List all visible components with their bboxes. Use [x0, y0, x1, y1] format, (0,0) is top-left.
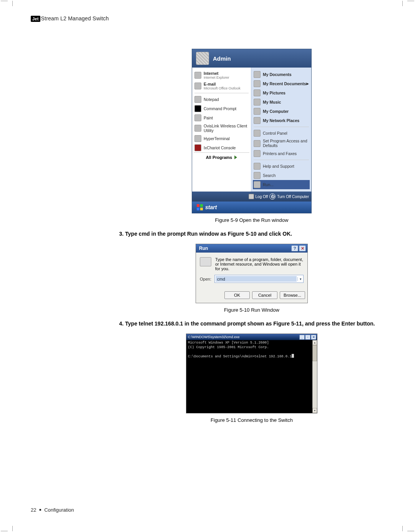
- page-header: JetStream L2 Managed Switch: [31, 15, 384, 22]
- power-icon: ⏻: [269, 193, 276, 200]
- ixchariot-icon: [194, 144, 201, 151]
- figure-caption-5-10: Figure 5-10 Run Window: [119, 307, 384, 313]
- scroll-thumb[interactable]: [312, 345, 317, 361]
- turnoff-button[interactable]: Turn Off Computer: [277, 195, 309, 199]
- ok-button[interactable]: OK: [224, 291, 250, 299]
- network-places-item[interactable]: My Network Places: [253, 116, 310, 125]
- maximize-button[interactable]: ▫: [305, 335, 310, 340]
- scroll-up-icon[interactable]: ▲: [312, 340, 317, 345]
- notepad-item[interactable]: Notepad: [194, 95, 249, 104]
- figure-caption-5-9: Figure 5-9 Open the Run window: [119, 217, 384, 223]
- my-recent-docs-item[interactable]: My Recent Documents▶: [253, 79, 310, 88]
- user-avatar-icon: [196, 52, 209, 65]
- page-number: 22: [31, 507, 36, 513]
- cmd-line-3: C:\Documents and Settings\Admin>telnet 1…: [188, 355, 292, 359]
- step-4-text: 4. Type telnet 192.168.0.1 in the comman…: [119, 321, 384, 327]
- hyperterminal-item[interactable]: HyperTerminal: [194, 134, 249, 143]
- run-description: Type the name of a program, folder, docu…: [215, 257, 304, 271]
- program-access-item[interactable]: Set Program Access and Defaults: [253, 138, 310, 149]
- cmd-title-bar: C:\WINDOWS\system32\cmd.exe _ ▫ ✕: [186, 334, 317, 340]
- help-support-item[interactable]: Help and Support: [253, 162, 310, 171]
- run-title-bar: Run ? ✕: [196, 244, 307, 253]
- internet-explorer-icon: [194, 72, 201, 79]
- close-button[interactable]: ✕: [311, 335, 316, 340]
- cmd-title-text: C:\WINDOWS\system32\cmd.exe: [188, 335, 240, 339]
- search-item[interactable]: Search: [253, 171, 310, 180]
- search-icon: [254, 172, 261, 179]
- item-label: Control Panel: [263, 131, 287, 135]
- folder-icon: [254, 89, 261, 96]
- cancel-button[interactable]: Cancel: [252, 291, 277, 299]
- product-title: Stream L2 Managed Switch: [41, 15, 109, 21]
- paint-item[interactable]: Paint: [194, 113, 249, 122]
- start-label: start: [205, 204, 217, 210]
- control-panel-item[interactable]: Control Panel: [253, 129, 310, 138]
- item-label: E-mail: [204, 82, 216, 86]
- close-button[interactable]: ✕: [299, 245, 306, 251]
- arrow-right-icon: [234, 155, 237, 159]
- run-item[interactable]: Run...: [253, 180, 310, 189]
- my-documents-item[interactable]: My Documents: [253, 70, 310, 79]
- internet-item[interactable]: Internet Internet Explorer: [194, 70, 249, 81]
- taskbar-start-button[interactable]: start: [192, 202, 311, 213]
- open-combobox[interactable]: cmd ▾: [214, 275, 304, 283]
- email-item[interactable]: E-mail Microsoft Office Outlook: [194, 81, 249, 91]
- item-label: My Recent Documents: [263, 81, 306, 86]
- start-menu-header: Admin: [192, 49, 311, 68]
- browse-button[interactable]: Browse...: [280, 291, 305, 299]
- arrow-right-icon: ▶: [306, 82, 309, 86]
- minimize-button[interactable]: _: [299, 335, 305, 340]
- folder-icon: [254, 71, 261, 78]
- item-label: Notepad: [204, 97, 219, 102]
- item-label: My Computer: [263, 109, 289, 114]
- control-panel-icon: [254, 130, 261, 137]
- ixchariot-item[interactable]: IxChariot Console: [194, 143, 249, 152]
- run-icon: [254, 181, 261, 188]
- item-label: IxChariot Console: [204, 145, 236, 150]
- command-prompt-window: C:\WINDOWS\system32\cmd.exe _ ▫ ✕ Micros…: [186, 334, 317, 413]
- dropdown-arrow-icon[interactable]: ▾: [297, 277, 303, 281]
- item-label: My Music: [263, 100, 281, 104]
- open-label: Open:: [200, 277, 211, 281]
- logoff-button[interactable]: Log Off: [256, 195, 268, 199]
- folder-icon: [254, 80, 261, 87]
- printers-faxes-item[interactable]: Printers and Faxes: [253, 149, 310, 158]
- run-title-text: Run: [199, 246, 208, 251]
- hyperterminal-icon: [194, 135, 201, 142]
- item-label: Printers and Faxes: [263, 151, 297, 156]
- item-label: Help and Support: [263, 164, 294, 169]
- item-label: Paint: [204, 116, 213, 120]
- paint-icon: [194, 114, 201, 121]
- user-name: Admin: [213, 55, 231, 62]
- all-programs-button[interactable]: All Programs: [194, 152, 249, 162]
- program-access-icon: [254, 140, 261, 147]
- scroll-down-icon[interactable]: ▼: [312, 408, 317, 413]
- help-button[interactable]: ?: [291, 245, 298, 251]
- item-label: Search: [263, 173, 276, 178]
- my-music-item[interactable]: My Music: [253, 97, 310, 107]
- item-label: Command Prompt: [204, 106, 236, 111]
- windows-logo-icon: [197, 204, 203, 210]
- cmd-scrollbar[interactable]: ▲ ▼: [312, 340, 317, 413]
- start-menu-right-pane: My Documents My Recent Documents▶ My Pic…: [251, 68, 311, 192]
- command-prompt-item[interactable]: Command Prompt: [194, 104, 249, 113]
- run-dialog-window: Run ? ✕ Type the name of a program, fold…: [196, 244, 308, 303]
- item-label: My Pictures: [263, 91, 286, 95]
- item-label: HyperTerminal: [204, 136, 230, 141]
- ovislink-item[interactable]: OvisLink Wireless Client Utility: [194, 122, 249, 134]
- folder-icon: [254, 99, 261, 106]
- cmd-body[interactable]: Microsoft Windows XP [Version 5.1.2600] …: [186, 340, 312, 413]
- item-label: My Documents: [263, 72, 292, 77]
- cmd-line-2: (C) Copyright 1985-2001 Microsoft Corp.: [188, 345, 269, 349]
- all-programs-label: All Programs: [206, 155, 232, 160]
- my-pictures-item[interactable]: My Pictures: [253, 88, 310, 97]
- open-value: cmd: [216, 276, 297, 282]
- scroll-track[interactable]: [312, 345, 317, 408]
- item-label: Set Program Access and Defaults: [263, 139, 309, 148]
- separator: [254, 127, 309, 127]
- outlook-icon: [194, 83, 201, 89]
- logoff-icon: [249, 194, 254, 199]
- help-icon: [254, 163, 261, 170]
- my-computer-item[interactable]: My Computer: [253, 107, 310, 116]
- figure-caption-5-11: Figure 5-11 Connecting to the Switch: [119, 417, 384, 423]
